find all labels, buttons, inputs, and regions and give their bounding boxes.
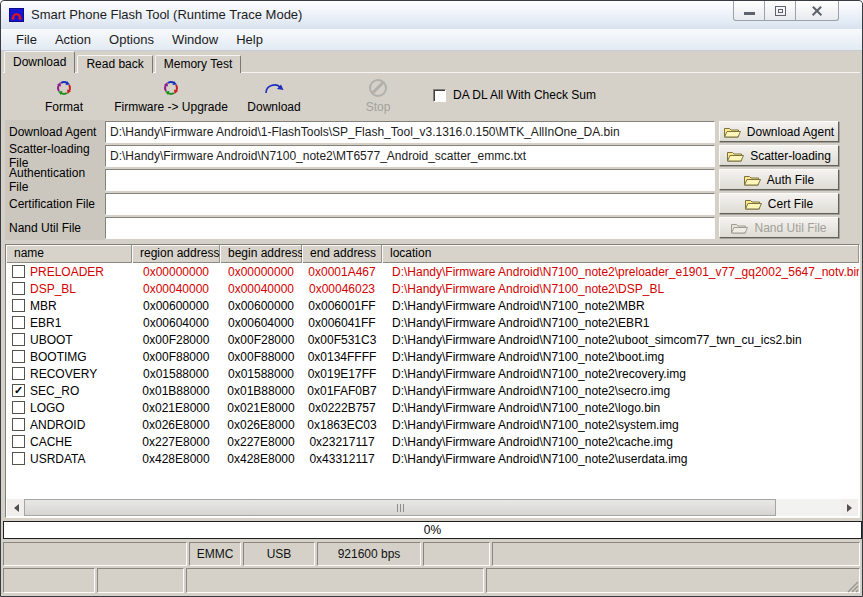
firmware-upgrade-button[interactable]: Firmware -> Upgrade <box>105 79 237 114</box>
format-label: Format <box>45 100 83 114</box>
restore-button[interactable] <box>764 1 796 21</box>
table-row[interactable]: CACHE0x227E80000x227E80000x23217117D:\Ha… <box>6 433 859 450</box>
download-agent-browse-button[interactable]: Download Agent <box>719 121 839 142</box>
end-address: 0x01FAF0B7 <box>302 384 382 398</box>
status-cell <box>97 568 184 593</box>
tab-strip: Download Read back Memory Test <box>4 52 243 73</box>
tab-download[interactable]: Download <box>4 51 75 73</box>
checksum-checkbox[interactable] <box>433 89 446 102</box>
row-checkbox[interactable] <box>12 299 25 312</box>
row-checkbox[interactable] <box>12 401 25 414</box>
column-header-region-address[interactable]: region address <box>132 245 220 263</box>
auth-file-browse-button[interactable]: Auth File <box>719 169 839 190</box>
partition-name: UBOOT <box>30 333 73 347</box>
table-row[interactable]: RECOVERY0x015880000x015880000x019E17FFD:… <box>6 365 859 382</box>
begin-address: 0x00F88000 <box>220 350 302 364</box>
menu-window[interactable]: Window <box>163 30 227 49</box>
table-row[interactable]: ✓SEC_RO0x01B880000x01B880000x01FAF0B7D:\… <box>6 382 859 399</box>
row-checkbox[interactable] <box>12 333 25 346</box>
status-cell: USB <box>243 542 315 566</box>
cert-file-browse-button[interactable]: Cert File <box>719 193 839 214</box>
cert-file-field[interactable] <box>105 193 715 215</box>
checksum-option: DA DL All With Check Sum <box>433 88 596 102</box>
row-checkbox[interactable] <box>12 418 25 431</box>
partition-location: D:\Handy\Firmware Android\N7100_note2\us… <box>382 452 859 466</box>
table-row[interactable]: LOGO0x021E80000x021E80000x0222B757D:\Han… <box>6 399 859 416</box>
window-title: Smart Phone Flash Tool (Runtime Trace Mo… <box>31 7 302 22</box>
partition-name: ANDROID <box>30 418 85 432</box>
column-header-end-address[interactable]: end address <box>302 245 382 263</box>
end-address: 0x006001FF <box>302 299 382 313</box>
close-button[interactable] <box>795 1 839 21</box>
table-row[interactable]: EBR10x006040000x006040000x006041FFD:\Han… <box>6 314 859 331</box>
column-header-location[interactable]: location <box>382 245 859 263</box>
format-button[interactable]: Format <box>25 79 103 114</box>
table-row[interactable]: MBR0x006000000x006000000x006001FFD:\Hand… <box>6 297 859 314</box>
scrollbar-track[interactable] <box>776 499 841 516</box>
arrow-right-icon <box>847 504 856 512</box>
table-row[interactable]: USRDATA0x428E80000x428E80000x43312117D:\… <box>6 450 859 467</box>
end-address: 0x43312117 <box>302 452 382 466</box>
table-row[interactable]: ANDROID0x026E80000x026E80000x1863EC03D:\… <box>6 416 859 433</box>
table-row[interactable]: PRELOADER0x000000000x000000000x0001A467D… <box>6 263 859 280</box>
table-row[interactable]: BOOTIMG0x00F880000x00F880000x0134FFFFD:\… <box>6 348 859 365</box>
stop-label: Stop <box>366 100 391 114</box>
scatter-file-label: Scatter-loading File <box>5 144 105 168</box>
table-row[interactable]: UBOOT0x00F280000x00F280000x00F531C3D:\Ha… <box>6 331 859 348</box>
menu-action[interactable]: Action <box>46 30 100 49</box>
region-address: 0x00040000 <box>132 282 220 296</box>
begin-address: 0x00000000 <box>220 265 302 279</box>
tab-read-back[interactable]: Read back <box>77 55 152 73</box>
begin-address: 0x00604000 <box>220 316 302 330</box>
menu-options[interactable]: Options <box>100 30 163 49</box>
tab-memory-test[interactable]: Memory Test <box>155 55 241 73</box>
app-icon <box>9 7 25 23</box>
nand-util-field[interactable] <box>105 217 715 239</box>
auth-file-field[interactable] <box>105 169 715 191</box>
minimize-button[interactable] <box>733 1 765 21</box>
scatter-browse-button[interactable]: Scatter-loading <box>719 145 839 166</box>
status-cell <box>186 568 484 593</box>
download-agent-field[interactable]: D:\Handy\Firmware Android\1-FlashTools\S… <box>105 121 715 143</box>
row-checkbox[interactable] <box>12 350 25 363</box>
download-arrow-icon <box>263 79 285 97</box>
begin-address: 0x00F28000 <box>220 333 302 347</box>
region-address: 0x01B88000 <box>132 384 220 398</box>
column-header-name[interactable]: name <box>6 245 132 263</box>
menu-help[interactable]: Help <box>227 30 272 49</box>
row-checkbox[interactable] <box>12 452 25 465</box>
nand-util-label: Nand Util File <box>5 216 105 240</box>
format-pinwheel-icon <box>56 79 72 97</box>
row-checkbox[interactable] <box>12 435 25 448</box>
scroll-left-button[interactable] <box>7 499 24 516</box>
partition-name: RECOVERY <box>30 367 97 381</box>
folder-icon <box>727 150 744 162</box>
table-body: PRELOADER0x000000000x000000000x0001A467D… <box>6 263 859 467</box>
partition-location: D:\Handy\Firmware Android\N7100_note2\ub… <box>382 333 859 347</box>
partition-location: D:\Handy\Firmware Android\N7100_note2\EB… <box>382 316 859 330</box>
region-address: 0x021E8000 <box>132 401 220 415</box>
title-bar[interactable]: Smart Phone Flash Tool (Runtime Trace Mo… <box>1 1 862 30</box>
end-address: 0x0001A467 <box>302 265 382 279</box>
row-checkbox[interactable]: ✓ <box>12 384 25 397</box>
scatter-file-field[interactable]: D:\Handy\Firmware Android\N7100_note2\MT… <box>105 145 715 167</box>
row-checkbox[interactable] <box>12 316 25 329</box>
table-row[interactable]: DSP_BL0x000400000x000400000x00046023D:\H… <box>6 280 859 297</box>
download-button[interactable]: Download <box>239 79 309 114</box>
row-checkbox[interactable] <box>12 282 25 295</box>
menu-file[interactable]: File <box>7 30 46 49</box>
partition-location: D:\Handy\Firmware Android\N7100_note2\lo… <box>382 401 859 415</box>
row-checkbox[interactable] <box>12 265 25 278</box>
region-address: 0x00F88000 <box>132 350 220 364</box>
row-checkbox[interactable] <box>12 367 25 380</box>
scroll-right-button[interactable] <box>841 499 858 516</box>
partition-location: D:\Handy\Firmware Android\N7100_note2\ca… <box>382 435 859 449</box>
column-header-begin-address[interactable]: begin address <box>220 245 302 263</box>
scrollbar-thumb[interactable] <box>24 499 776 516</box>
resize-grip[interactable] <box>846 580 859 593</box>
stop-icon <box>369 79 387 97</box>
horizontal-scrollbar[interactable] <box>7 499 858 516</box>
begin-address: 0x00600000 <box>220 299 302 313</box>
status-bar-2 <box>3 568 860 593</box>
begin-address: 0x227E8000 <box>220 435 302 449</box>
